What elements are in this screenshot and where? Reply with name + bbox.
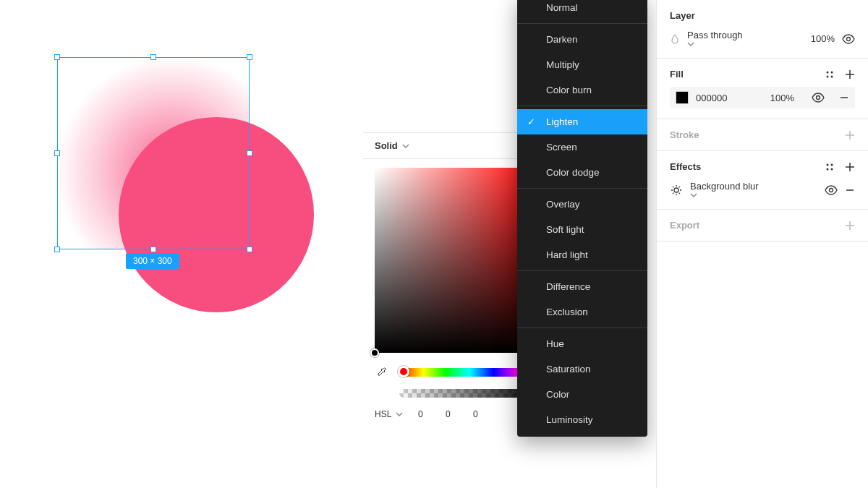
effect-visibility-toggle-icon[interactable] <box>825 185 838 195</box>
layer-section-title: Layer <box>670 10 695 21</box>
layer-blend-mode-selector[interactable]: Pass through <box>687 30 747 48</box>
chevron-down-icon <box>396 411 403 418</box>
svg-point-5 <box>817 96 820 100</box>
blend-mode-option[interactable]: Multiply <box>517 52 647 77</box>
blend-mode-option[interactable]: Darken <box>517 27 647 52</box>
add-stroke-icon[interactable] <box>845 130 855 140</box>
effect-type-selector[interactable]: Background blur <box>690 181 763 199</box>
blend-mode-option[interactable]: Color dodge <box>517 160 647 185</box>
blend-mode-option[interactable]: Exclusion <box>517 299 647 325</box>
fill-section-title: Fill <box>670 69 684 80</box>
styles-icon[interactable] <box>825 69 835 80</box>
add-fill-icon[interactable] <box>845 69 855 80</box>
resize-handle-top-left[interactable] <box>54 54 60 60</box>
blend-mode-option[interactable]: Lighten <box>517 109 647 134</box>
menu-separator <box>517 23 647 24</box>
color-cursor[interactable] <box>370 348 379 357</box>
svg-point-3 <box>827 75 829 77</box>
properties-sidebar: Layer Pass through 100% Fill <box>656 0 868 488</box>
effects-section-title: Effects <box>670 161 701 172</box>
resize-handle-middle-right[interactable] <box>247 150 252 156</box>
blend-mode-dropdown[interactable]: NormalDarkenMultiplyColor burnLightenScr… <box>517 0 647 437</box>
blend-mode-option[interactable]: Soft light <box>517 217 647 242</box>
svg-point-1 <box>827 71 829 73</box>
resize-handle-top-middle[interactable] <box>150 54 156 60</box>
effects-section: Effects Background blur <box>657 151 868 210</box>
blend-mode-option[interactable]: Saturation <box>517 356 647 382</box>
menu-separator <box>517 270 647 271</box>
menu-separator <box>517 106 647 106</box>
svg-point-0 <box>847 37 851 40</box>
svg-point-10 <box>674 188 678 192</box>
lightness-input[interactable]: 0 <box>465 409 485 419</box>
svg-point-6 <box>827 163 829 166</box>
svg-point-7 <box>831 163 833 166</box>
color-mode-label: HSL <box>375 409 391 419</box>
remove-effect-icon[interactable] <box>845 185 855 195</box>
blend-mode-option[interactable]: Color <box>517 382 647 407</box>
effect-type-value: Background blur <box>690 181 759 192</box>
stroke-section-title: Stroke <box>670 129 699 140</box>
blend-mode-option[interactable]: Difference <box>517 274 647 299</box>
fill-opacity-input[interactable]: 100% <box>770 93 794 103</box>
selection-size-badge: 300 × 300 <box>126 253 179 269</box>
svg-point-2 <box>831 71 833 73</box>
remove-fill-icon[interactable] <box>839 93 849 103</box>
layer-opacity-input[interactable]: 100% <box>811 33 835 44</box>
fill-color-swatch[interactable] <box>676 91 689 104</box>
droplet-icon <box>670 34 680 44</box>
blend-mode-option[interactable]: Color burn <box>517 77 647 103</box>
layer-section: Layer Pass through 100% <box>657 0 868 59</box>
svg-point-11 <box>830 188 833 192</box>
fill-section: Fill 000000 100% <box>657 59 868 119</box>
resize-handle-bottom-left[interactable] <box>54 247 60 252</box>
color-saturation-area[interactable] <box>375 168 540 353</box>
resize-handle-bottom-middle[interactable] <box>150 247 156 252</box>
blend-mode-option[interactable]: Normal <box>517 0 647 20</box>
blend-mode-option[interactable]: Hard light <box>517 242 647 267</box>
svg-point-9 <box>831 168 833 170</box>
effect-settings-icon[interactable] <box>670 184 683 196</box>
eyedropper-icon[interactable] <box>375 364 391 380</box>
hue-input[interactable]: 0 <box>410 409 430 419</box>
blend-mode-option[interactable]: Overlay <box>517 192 647 217</box>
fill-visibility-toggle-icon[interactable] <box>812 93 825 103</box>
blend-mode-option[interactable]: Hue <box>517 331 647 356</box>
fill-type-label: Solid <box>375 140 398 151</box>
blend-mode-option[interactable]: Screen <box>517 134 647 160</box>
menu-separator <box>517 188 647 189</box>
resize-handle-middle-left[interactable] <box>54 150 60 156</box>
chevron-down-icon <box>690 192 763 199</box>
fill-hex-input[interactable]: 000000 <box>696 93 727 103</box>
menu-separator <box>517 328 647 328</box>
resize-handle-top-right[interactable] <box>247 54 252 60</box>
color-mode-selector[interactable]: HSL <box>375 409 403 419</box>
layer-blend-mode-value: Pass through <box>687 30 743 40</box>
effects-styles-icon[interactable] <box>825 162 835 172</box>
svg-point-8 <box>827 168 829 170</box>
export-section-title: Export <box>670 220 699 231</box>
export-section: Export <box>657 210 868 241</box>
blend-mode-option[interactable]: Luminosity <box>517 407 647 432</box>
selection-bounds[interactable] <box>57 57 250 249</box>
fill-item[interactable]: 000000 100% <box>670 87 855 108</box>
add-export-icon[interactable] <box>845 221 855 231</box>
chevron-down-icon <box>402 142 409 150</box>
visibility-toggle-icon[interactable] <box>842 34 855 44</box>
hue-slider-knob[interactable] <box>398 366 409 377</box>
add-effect-icon[interactable] <box>845 162 855 172</box>
saturation-input[interactable]: 0 <box>438 409 458 419</box>
resize-handle-bottom-right[interactable] <box>247 247 252 252</box>
svg-point-4 <box>831 75 833 77</box>
chevron-down-icon <box>687 40 747 48</box>
stroke-section: Stroke <box>657 119 868 151</box>
